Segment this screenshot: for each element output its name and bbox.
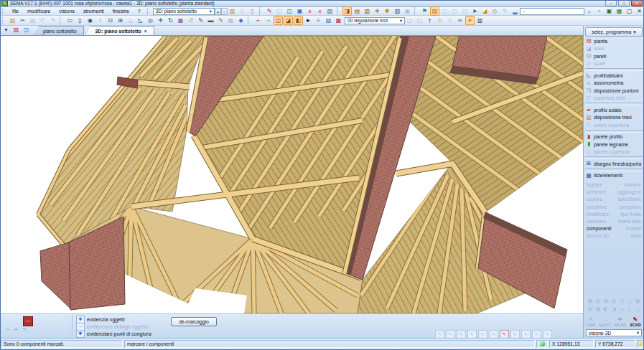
view3d-icon[interactable]: ◈ <box>236 16 246 25</box>
viewport2-icon[interactable]: ▣ <box>295 6 304 16</box>
paste-icon[interactable]: ▤ <box>28 16 37 25</box>
pen-icon[interactable]: ✎ <box>196 16 205 25</box>
liste-elementi-icon[interactable]: ▦ liste/elementi <box>584 172 644 180</box>
wall-window-icon[interactable]: ◫ <box>274 16 283 25</box>
pin-icon[interactable]: ↕ <box>95 16 105 25</box>
view-down-spinner[interactable]: ▾ <box>221 8 228 15</box>
binoculars-icon[interactable]: ∞ <box>455 16 465 25</box>
toolbar-grip[interactable] <box>2 8 6 14</box>
program-select-button[interactable]: selez. programma ▾ <box>585 27 643 37</box>
sb-tool-icon-10[interactable]: ◧ <box>602 306 610 313</box>
cabinet1-icon[interactable]: ▤ <box>353 6 362 16</box>
command-item[interactable]: scalare <box>614 225 641 232</box>
eval1-icon[interactable]: x <box>305 6 314 16</box>
sb-tool-icon-13[interactable]: ▯ <box>626 306 633 313</box>
spin-up2-icon[interactable]: ▴ <box>584 6 594 16</box>
pan-icon[interactable]: ✛ <box>156 16 165 25</box>
prism-icon[interactable]: ◬ <box>126 16 135 25</box>
demark-button[interactable]: de-marcaggio <box>171 317 217 326</box>
optB-icon[interactable]: ▢ <box>415 16 424 25</box>
sb-tool-icon-8[interactable]: ▨ <box>587 306 594 313</box>
recalc-icon[interactable]: ↺ <box>186 16 195 25</box>
save-view-icon[interactable]: ▣ <box>605 6 614 16</box>
scale-icon[interactable]: ▱ scale <box>584 60 644 68</box>
highlight-joints-option[interactable]: ✱ evidenziare punti di congiunz <box>76 330 151 337</box>
open-icon[interactable]: ▨ <box>8 16 17 25</box>
adjust-icon[interactable]: † <box>425 16 434 25</box>
filter-icon[interactable]: ▽ <box>445 16 454 25</box>
highlight-details-option[interactable]: ∼ evidenziare dettagli oggetto <box>76 323 151 330</box>
disposizione-puntoni-icon[interactable]: ◹ disposizione puntoni <box>584 87 644 95</box>
parete-copertura-icon[interactable]: ▯ parete copertura <box>584 148 644 156</box>
copertura-tetto-icon[interactable]: ◸ copertura tetto <box>584 95 644 103</box>
optA-icon[interactable]: ▢ <box>405 16 414 25</box>
flag-icon[interactable]: ⚑ <box>420 6 429 16</box>
lever2-icon[interactable]: ¬ <box>263 16 273 25</box>
mark2-icon[interactable]: ✒ <box>13 326 19 333</box>
command-item[interactable]: specchiare <box>614 196 641 203</box>
trash-icon[interactable]: ▯ <box>248 6 257 16</box>
menu-file[interactable]: file <box>8 9 23 14</box>
undo-icon[interactable]: ↶ <box>38 16 47 25</box>
mark3-icon[interactable]: ✎ <box>22 326 28 333</box>
copy-view-icon[interactable]: ◻ <box>275 6 284 16</box>
mark-mode-icon[interactable]: ∷ <box>23 316 33 326</box>
3d-viewport[interactable] <box>0 36 583 313</box>
sun2-icon[interactable]: ✺ <box>383 6 392 16</box>
profile-icon[interactable]: ► <box>304 16 313 25</box>
eraser-icon[interactable]: ◢ <box>480 6 490 16</box>
door-icon[interactable]: ◨ <box>342 6 352 16</box>
texture-icon[interactable]: ▨ <box>430 6 439 16</box>
maximize-button[interactable]: ▢ <box>618 0 630 6</box>
mark1-icon[interactable]: ✑ <box>4 326 11 333</box>
stamp-icon[interactable]: ▧ <box>325 6 335 16</box>
report-icon[interactable]: ▥ <box>475 16 485 25</box>
assonometria-icon[interactable]: ⌂ assonometria <box>584 80 644 88</box>
tab-3d-piano-sottotetto[interactable]: 3D: piano sottotetto × <box>85 26 154 35</box>
pianta-icon[interactable]: ▤ pianta <box>584 37 644 45</box>
command-item[interactable]: componenti <box>587 225 614 232</box>
tab-piano-sottotetto[interactable]: piano sottotetto <box>34 26 84 35</box>
float-window-icon[interactable]: ▢ <box>625 6 634 16</box>
dormer-icon[interactable]: ◧ <box>294 16 303 25</box>
close-button[interactable]: ✕ <box>631 0 643 6</box>
command-item[interactable]: perforare <box>587 189 614 196</box>
command-item[interactable]: posizione <box>587 204 614 211</box>
pareti-icon[interactable]: ▭ pareti <box>584 52 644 60</box>
command-item[interactable]: modificare <box>587 211 614 218</box>
hatch-icon[interactable]: ▩ <box>226 16 235 25</box>
quot-button[interactable]: ↔ QUOT <box>599 316 610 327</box>
command-item[interactable]: tagliare <box>587 181 614 189</box>
command-item[interactable]: trama tetto <box>614 218 641 225</box>
select-arrow-icon[interactable]: ➤ <box>470 6 480 16</box>
tab-layout-icon[interactable]: ▨ <box>11 25 21 34</box>
warning-icon[interactable]: ⚠ <box>435 16 444 25</box>
toolbar-grip[interactable] <box>147 8 151 14</box>
sb-tool-icon-4[interactable]: ▥ <box>610 298 617 305</box>
disposizione-travi-icon[interactable]: ▥ disposizione travi <box>584 114 644 122</box>
tab-dropdown-icon[interactable]: ▾ <box>1 25 11 34</box>
zoom-window-icon[interactable]: ⊡ <box>106 16 115 25</box>
redo-icon[interactable]: ↷ <box>48 16 57 25</box>
lever1-icon[interactable]: ⌐ <box>253 16 263 25</box>
terrain-icon[interactable]: ▂ <box>510 6 520 16</box>
solaio-copertura-icon[interactable]: ▱ solaio copertura <box>584 121 644 129</box>
archive-icon[interactable]: ▥ <box>228 6 237 16</box>
copy-style-icon[interactable]: ✂ <box>18 16 27 25</box>
beam-tool-icon[interactable]: ▬ <box>206 16 215 25</box>
minimize-button[interactable]: – <box>605 0 617 6</box>
sb-tool-icon-5[interactable]: ◫ <box>618 298 625 305</box>
catalog-combo[interactable]: – <box>520 8 584 15</box>
g2-icon[interactable]: ◻ <box>450 6 459 16</box>
layers-icon[interactable]: ▤ <box>324 16 333 25</box>
menu-visione[interactable]: visione <box>55 9 79 14</box>
shine-icon[interactable]: ☀ <box>465 16 475 25</box>
menu-help[interactable]: ? <box>134 9 145 14</box>
command-item[interactable]: testura 3D <box>587 232 614 240</box>
g1-icon[interactable]: ◻ <box>440 6 449 16</box>
orbit-icon[interactable]: ↻ <box>166 16 175 25</box>
zoom-icon[interactable]: ◎ <box>146 16 155 25</box>
sb-tool-icon-2[interactable]: ▧ <box>594 298 602 305</box>
brush-icon[interactable]: ✎ <box>265 6 274 16</box>
roof-window-icon[interactable]: ◪ <box>284 16 293 25</box>
